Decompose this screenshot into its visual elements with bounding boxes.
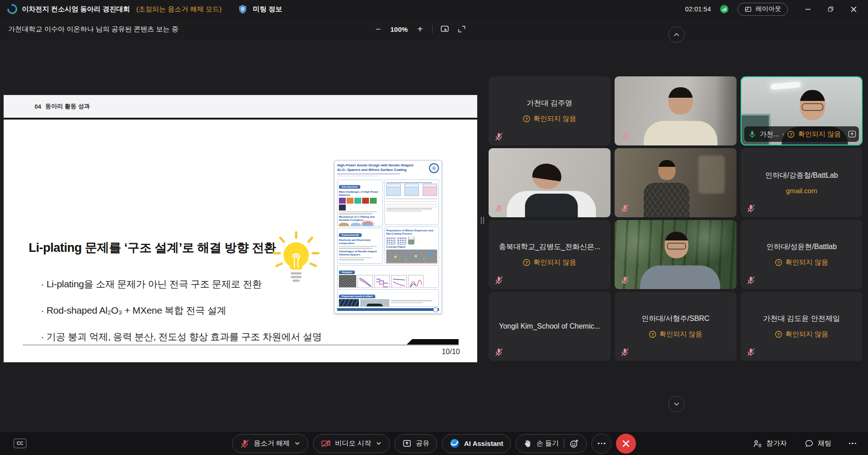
view-options-icon[interactable] [440,24,450,34]
participant-name: 인하대/성윤현/Battlab [767,242,837,252]
participant-tile[interactable]: 인하대/성윤현/Battlab?확인되지 않음 [741,220,863,289]
participant-tile[interactable] [615,76,737,145]
meeting-title: 이차전지 컨소시엄 동아리 경진대회 [22,5,130,14]
participant-status: 확인되지 않음 [798,130,841,139]
muted-mic-icon [746,275,756,285]
reactions-icon[interactable] [569,439,579,449]
start-video-button[interactable]: 비디오 시작 [313,434,390,453]
participant-tile[interactable]: 가천대 김주영?확인되지 않음 [489,76,611,145]
participant-name: 가천... [760,130,779,139]
title-bar: 이차전지 컨소시엄 동아리 경진대회 (조정되는 음소거 해제 모드) 미팅 정… [0,0,868,18]
mic-on-icon [748,130,757,139]
zoom-in-button[interactable]: + [415,23,425,35]
participant-tile[interactable] [615,148,737,217]
participant-tile[interactable]: 인하대/강종철/BattLabgmail.com [741,148,863,217]
participant-tile[interactable]: 인하대/서형주/SBRC?확인되지 않음 [615,292,737,361]
participant-tile[interactable] [489,148,611,217]
chevron-down-icon[interactable] [294,440,301,447]
poster-authors [337,173,400,175]
participant-name: 가천대 김도윤 안전제일 [763,314,840,324]
unmute-button[interactable]: 음소거 해제 [232,434,308,453]
zoom-out-button[interactable]: − [373,23,383,35]
webex-logo-icon [7,4,17,14]
chevron-down-icon [672,400,681,408]
leave-meeting-button[interactable] [616,434,636,454]
participant-video [615,76,737,145]
muted-mic-icon [746,204,756,213]
unverified-icon: ? [523,259,530,266]
participant-status: ?확인되지 않음 [775,258,828,267]
pane-resize-handle[interactable] [481,217,485,224]
unverified-icon: ? [775,330,782,338]
meeting-info-button[interactable]: 미팅 정보 [253,5,282,14]
slide-section-number: 04 [35,103,41,110]
ai-assistant-button[interactable]: AI Assistant [442,434,511,453]
share-button[interactable]: 공유 [394,434,437,453]
slide-progress-block [407,339,459,345]
chat-icon [804,439,814,448]
muted-mic-icon [494,275,504,285]
participant-tile[interactable]: 충북대학교_김병도_전화신은...?확인되지 않음 [489,220,611,289]
svg-text:?: ? [777,332,780,337]
unverified-icon: ? [523,115,530,123]
poster-image-grid [339,198,381,210]
poster-section-expected: Expected result & effect [339,295,375,298]
more-panels-button[interactable] [849,443,857,445]
slide-progress-line [23,345,459,345]
participant-tile[interactable] [615,220,737,289]
chat-button[interactable]: 채팅 [804,439,832,448]
close-window-button[interactable] [849,5,858,14]
poster-title-line2: Al₂O₃ Spacers and MXene Surface Coating [337,168,427,172]
unverified-icon: ? [649,330,656,338]
svg-text:?: ? [525,117,528,121]
view-bar: 가천대학교 이수아 이온하나 님의 공유된 콘텐츠 보는 중 − 100% + [0,18,868,40]
connection-signal-icon[interactable] [719,4,729,14]
participant-name: 인하대/강종철/BattLab [765,171,838,180]
participants-button[interactable]: 참가자 [752,439,787,449]
poster-concept-figure [386,250,437,264]
layout-button[interactable]: 레이아웃 [737,3,788,16]
divider [4,118,477,120]
unverified-icon: ? [787,130,795,138]
collapse-controls-button[interactable] [668,26,685,43]
chevron-down-icon[interactable] [375,440,382,447]
participant-video [615,148,737,217]
poster-prep-figure [386,236,437,245]
participant-tile[interactable]: 가천대 김도윤 안전제일?확인되지 않음 [741,292,863,361]
muted-mic-icon [620,204,630,213]
slide-bullet: · 기공 붕괴 억제, 응력 분산, 전도성 향상 효과를 구조 차원에서 설명 [41,330,322,343]
participant-tile[interactable]: 가천...•?확인되지 않음 [741,76,863,145]
slide-section-header: 04 동아리 활동 성과 [4,95,477,118]
restore-window-button[interactable] [826,5,835,14]
sharing-indicator-icon[interactable] [848,130,857,139]
participant-name: Yongil Kim_School of Chemic... [499,322,601,330]
participant-tile[interactable]: Yongil Kim_School of Chemic... [489,292,611,361]
participant-name: 인하대/서형주/SBRC [641,314,709,324]
more-options-button[interactable] [591,434,611,454]
participant-video [489,148,611,217]
shared-content-slide: 04 동아리 활동 성과 Li-plating 문제를 ‘구조 설계’로 해결 … [4,95,477,362]
zoom-level: 100% [390,25,408,33]
poster-section-analyze: Analyze [339,270,355,274]
participant-status: ?확인되지 않음 [649,330,702,339]
fullscreen-icon[interactable] [457,25,466,34]
poster-footer [337,308,439,311]
participant-grid: 가천대 김주영?확인되지 않음가천...•?확인되지 않음인하대/강종철/Bat… [489,76,863,361]
minimize-button[interactable] [803,5,812,14]
participants-icon [752,439,762,449]
lightbulb-icon [270,230,322,287]
webex-meeting-window: 이차전지 컨소시엄 동아리 경진대회 (조정되는 음소거 해제 모드) 미팅 정… [0,0,868,455]
poster-analysis-charts [339,275,437,288]
raise-hand-button[interactable]: 손 들기 [515,434,587,453]
poster-anode-figures [386,186,437,196]
research-poster-thumbnail: High-Power Anode Design with Needle-Shap… [334,160,442,314]
university-logo: G [429,163,439,173]
collapse-participants-button[interactable] [668,396,685,412]
mic-muted-icon [240,439,250,449]
poster-table [386,199,437,207]
divider [564,439,564,449]
close-icon [622,440,630,448]
slide-section-title: 동아리 활동 성과 [45,102,90,110]
svg-text:?: ? [525,260,528,265]
zoom-controls: − 100% + [373,18,466,40]
